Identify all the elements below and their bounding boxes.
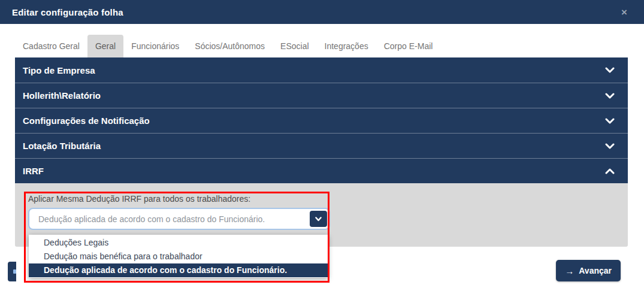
chevron-down-icon [605,118,615,124]
irrf-deduction-dropdown-list: Deduções Legais Dedução mais benéfica pa… [29,235,328,278]
irrf-deduction-select[interactable]: Dedução aplicada de acordo com o cadastr… [28,208,330,230]
edit-payroll-config-modal: Editar configuração folha × Cadastro Ger… [0,0,644,297]
accordion-header-hollerith-relatorio[interactable]: Hollerith\Relatório [15,83,628,108]
back-button-partial[interactable] [8,262,16,281]
tab-funcionarios[interactable]: Funcionários [123,35,187,57]
accordion: Tipo de Empresa Hollerith\Relatório Conf… [15,57,628,183]
dropdown-option-deducao-cadastro-funcionario[interactable]: Dedução aplicada de acordo com o cadastr… [29,263,328,277]
dropdown-option-deducoes-legais[interactable]: Deduções Legais [29,236,328,250]
irrf-deduction-field-label: Aplicar Mesma Dedução IRRF para todos os… [28,194,250,204]
select-dropdown-button[interactable] [310,211,327,227]
tab-geral[interactable]: Geral [87,35,123,57]
tab-bar: Cadastro Geral Geral Funcionários Sócios… [15,35,440,57]
chevron-down-icon [605,67,615,73]
advance-button[interactable]: → Avançar [556,260,621,281]
accordion-label: Configurações de Notificação [23,116,150,126]
tab-socios-autonomos[interactable]: Sócios/Autônomos [187,35,273,57]
accordion-header-lotacao-tributaria[interactable]: Lotação Tributária [15,133,628,158]
accordion-header-tipo-de-empresa[interactable]: Tipo de Empresa [15,57,628,83]
tab-integracoes[interactable]: Integrações [317,35,376,57]
modal-title-bar: Editar configuração folha × [0,0,644,24]
chevron-up-icon [605,168,615,174]
select-current-value: Dedução aplicada de acordo com o cadastr… [29,214,310,224]
back-arrow-icon [13,269,16,274]
accordion-label: Hollerith\Relatório [23,90,101,101]
right-arrow-icon: → [565,266,574,276]
accordion-label: Tipo de Empresa [23,65,95,75]
chevron-down-icon [605,93,615,99]
chevron-down-icon [315,217,322,222]
accordion-header-irrf[interactable]: IRRF [15,158,628,183]
advance-button-label: Avançar [579,266,612,275]
accordion-header-configuracoes-notificacao[interactable]: Configurações de Notificação [15,108,628,133]
dropdown-option-deducao-mais-benefica[interactable]: Dedução mais benéfica para o trabalhador [29,250,328,263]
chevron-down-icon [605,143,615,149]
modal-title: Editar configuração folha [12,7,123,17]
tab-corpo-email[interactable]: Corpo E-Mail [376,35,441,57]
tab-esocial[interactable]: ESocial [273,35,316,57]
tab-cadastro-geral[interactable]: Cadastro Geral [15,35,87,57]
accordion-label: IRRF [23,166,44,176]
accordion-label: Lotação Tributária [23,141,101,151]
close-icon[interactable]: × [621,7,627,17]
